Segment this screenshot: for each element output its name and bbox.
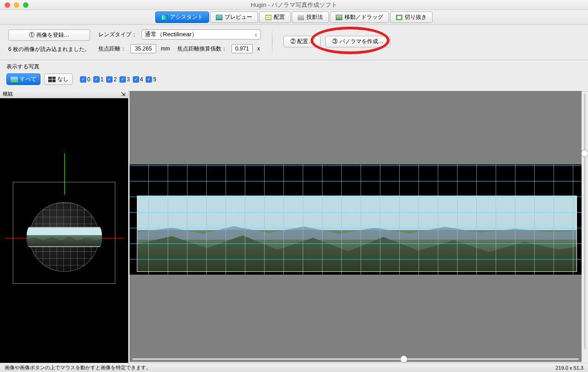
load-status-text: 6 枚の画像が読み込まれました。: [8, 45, 90, 53]
chk-label: 3: [127, 76, 130, 83]
crop-outline: [137, 196, 577, 272]
tab-preview[interactable]: プレビュー: [210, 11, 258, 23]
tab-label: アシスタント: [170, 13, 203, 21]
btn-label: なし: [57, 75, 68, 83]
chk-label: 2: [113, 76, 117, 83]
tab-label: 切り抜き: [405, 13, 427, 21]
horizontal-slider[interactable]: [130, 355, 582, 364]
overview-sphere: [29, 202, 99, 272]
photos-section-label: 表示する写真: [0, 60, 588, 72]
photo-checkbox-3[interactable]: ✓3: [119, 76, 130, 83]
projection-icon: [298, 15, 304, 20]
grid-icon: [48, 77, 56, 82]
thumbnail-icon: [11, 77, 18, 82]
tab-label: プレビュー: [225, 13, 252, 21]
tab-projection[interactable]: 投影法: [292, 11, 329, 23]
checkbox-icon: ✓: [146, 76, 152, 83]
tab-move[interactable]: 移動／ドラッグ: [330, 11, 389, 23]
btn-label: すべて: [20, 75, 36, 83]
chk-label: 1: [101, 76, 104, 83]
chk-label: 4: [140, 76, 143, 83]
photo-checkbox-2[interactable]: ✓2: [106, 76, 117, 83]
status-hint: 画像や画像ボタンの上でマウスを動かすと画像を特定できます。: [5, 364, 151, 371]
photo-checkbox-5[interactable]: ✓5: [146, 76, 156, 83]
overview-panel: 概観 ⇲: [0, 90, 129, 363]
slider-thumb[interactable]: [400, 355, 407, 363]
chk-label: 0: [87, 76, 90, 83]
chk-label: 5: [153, 76, 156, 83]
photo-checkbox-1[interactable]: ✓1: [93, 76, 104, 83]
status-coords: 219.0 x 51.3: [555, 365, 583, 371]
tab-assistant[interactable]: アシスタント: [155, 11, 209, 23]
tab-layout[interactable]: 配置: [259, 11, 291, 23]
preview-icon: [216, 15, 222, 20]
overview-canvas[interactable]: [0, 98, 128, 363]
assistant-toolbar: ① 画像を登録… 6 枚の画像が読み込まれました。 レンズタイプ： 通常（Rec…: [0, 25, 588, 60]
crop-factor-input[interactable]: [232, 44, 253, 53]
layout-icon: [265, 15, 271, 20]
photo-checkbox-0[interactable]: ✓0: [80, 76, 90, 83]
tab-label: 投影法: [306, 13, 323, 21]
crop-icon: [396, 15, 402, 20]
titlebar: Hugin - パノラマ写真作成ソフト: [0, 0, 588, 10]
photos-none-button[interactable]: なし: [44, 73, 73, 85]
main-tabs: アシスタント プレビュー 配置 投影法 移動／ドラッグ 切り抜き: [0, 10, 588, 25]
preview-panel: [129, 90, 588, 363]
crop-factor-suffix: x: [257, 45, 260, 52]
tab-crop[interactable]: 切り抜き: [390, 11, 433, 23]
photo-checkboxes: ✓0 ✓1 ✓2 ✓3 ✓4 ✓5: [80, 76, 156, 83]
photo-checkbox-4[interactable]: ✓4: [133, 76, 143, 83]
checkbox-icon: ✓: [80, 76, 86, 83]
pin-icon[interactable]: ⇲: [121, 91, 125, 97]
status-bar: 画像や画像ボタンの上でマウスを動かすと画像を特定できます。 219.0 x 51…: [0, 363, 588, 372]
focal-length-input[interactable]: [130, 44, 156, 53]
focal-length-unit: mm: [161, 45, 170, 52]
checkbox-icon: ✓: [106, 76, 113, 83]
slider-thumb[interactable]: [581, 150, 588, 157]
sphere-panorama-band: [27, 227, 102, 247]
photos-all-button[interactable]: すべて: [6, 73, 40, 85]
preview-canvas[interactable]: [130, 91, 582, 362]
align-button[interactable]: ② 配置…: [283, 36, 321, 47]
move-icon: [336, 15, 342, 20]
tab-label: 移動／ドラッグ: [345, 13, 383, 21]
overview-title: 概観: [3, 90, 13, 97]
overview-header: 概観 ⇲: [0, 90, 128, 98]
lens-type-label: レンズタイプ：: [98, 31, 137, 39]
checkbox-icon: ✓: [93, 76, 100, 83]
workspace: 概観 ⇲: [0, 90, 588, 363]
crop-factor-label: 焦点距離換算係数：: [177, 45, 227, 53]
assistant-icon: [161, 15, 168, 20]
create-panorama-button[interactable]: ③ パノラマを作成…: [325, 36, 390, 47]
vertical-slider[interactable]: [582, 91, 588, 352]
toolbar-separator: [272, 27, 272, 56]
load-images-button[interactable]: ① 画像を登録…: [8, 29, 90, 41]
lens-type-select[interactable]: 通常（Rectilinear）: [141, 29, 261, 39]
checkbox-icon: ✓: [119, 76, 126, 83]
focal-length-label: 焦点距離：: [98, 45, 126, 53]
window-title: Hugin - パノラマ写真作成ソフト: [0, 1, 588, 9]
photo-toggle-row: すべて なし ✓0 ✓1 ✓2 ✓3 ✓4 ✓5: [0, 72, 588, 92]
lens-type-value: 通常（Rectilinear）: [145, 31, 198, 38]
panorama-area: [130, 164, 582, 275]
tab-label: 配置: [274, 13, 285, 21]
checkbox-icon: ✓: [133, 76, 139, 83]
